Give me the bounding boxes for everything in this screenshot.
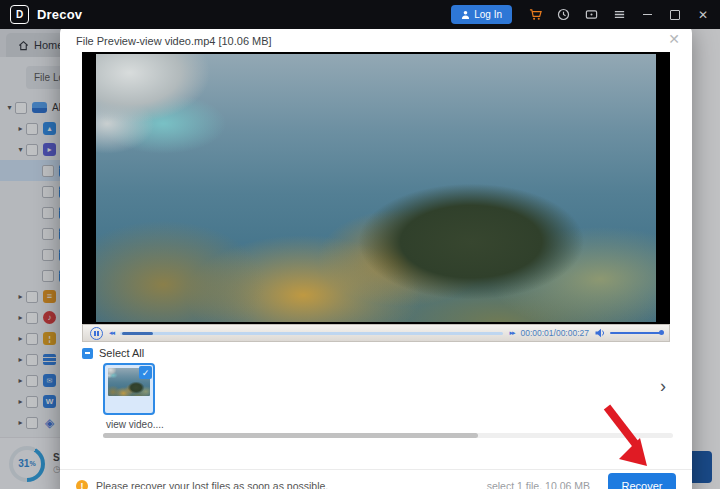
- modal-title: File Preview-view video.mp4 [10.06 MB]: [76, 35, 272, 47]
- menu-icon[interactable]: [612, 8, 626, 22]
- player-controls: ◂◂ ▸▸ 00:00:01/00:00:27: [82, 324, 670, 342]
- thumbnail-file-name: view video....: [106, 419, 164, 430]
- recover-button[interactable]: Recover: [608, 473, 676, 489]
- select-all-label: Select All: [99, 347, 144, 359]
- maximize-button[interactable]: [668, 8, 682, 22]
- login-label: Log In: [474, 9, 502, 20]
- modal-close-icon[interactable]: ✕: [668, 31, 680, 47]
- horizontal-scrollbar-thumb[interactable]: [103, 433, 478, 438]
- warning-text: Please recover your lost files as soon a…: [96, 480, 328, 489]
- message-icon[interactable]: [584, 8, 598, 22]
- thumbnail-checkbox[interactable]: ✓: [139, 366, 152, 379]
- modal-footer: ! Please recover your lost files as soon…: [60, 469, 692, 489]
- select-all-checkbox[interactable]: [82, 348, 93, 359]
- app-name: Drecov: [37, 7, 82, 22]
- selection-summary: select 1 file, 10.06 MB: [487, 480, 590, 489]
- video-player: ◂◂ ▸▸ 00:00:01/00:00:27: [82, 52, 670, 342]
- fast-forward-icon[interactable]: ▸▸: [509, 329, 514, 337]
- select-all-row[interactable]: Select All: [82, 347, 144, 359]
- pause-button[interactable]: [90, 327, 103, 340]
- speaker-icon: [595, 328, 606, 338]
- login-button[interactable]: Log In: [451, 5, 512, 24]
- application-window: D Drecov Log In ✕: [0, 0, 720, 489]
- person-icon: [461, 10, 470, 19]
- video-frame: [82, 52, 670, 324]
- video-still-image: [96, 54, 656, 322]
- history-icon[interactable]: [556, 8, 570, 22]
- seek-bar-progress: [122, 332, 153, 335]
- cart-icon[interactable]: [528, 8, 542, 22]
- next-page-chevron-icon[interactable]: ›: [660, 377, 666, 395]
- rewind-icon[interactable]: ◂◂: [109, 329, 114, 337]
- time-display: 00:00:01/00:00:27: [520, 328, 589, 338]
- volume-slider[interactable]: [610, 332, 662, 334]
- warning-icon: !: [76, 480, 88, 489]
- app-logo-icon: D: [10, 5, 29, 24]
- volume-control[interactable]: [595, 328, 662, 338]
- horizontal-scrollbar: [103, 433, 673, 438]
- close-button[interactable]: ✕: [696, 8, 710, 22]
- file-thumbnail[interactable]: ✓: [103, 363, 155, 415]
- minimize-button[interactable]: [640, 8, 654, 22]
- app-body: Home File Loca ▾All▸▴P▾▸V▸≡D▸♪A▸¦A▸D▸✉E▸…: [0, 29, 720, 489]
- seek-bar[interactable]: [120, 332, 503, 335]
- title-bar: D Drecov Log In ✕: [0, 0, 720, 29]
- file-preview-modal: File Preview-view video.mp4 [10.06 MB] ✕…: [60, 25, 692, 489]
